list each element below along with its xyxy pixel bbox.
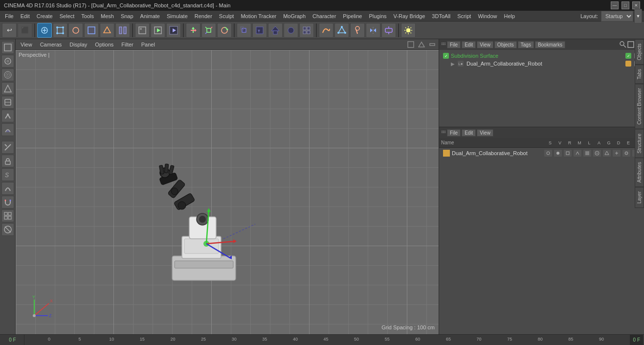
tree-item-dual-arm-robot[interactable]: ▶ L● Dual_Arm_Collaborative_Robot <box>441 60 642 68</box>
obj-col-m[interactable] <box>574 150 581 157</box>
lock-button[interactable] <box>1 155 14 167</box>
layout-dropdown-icon[interactable]: ▼ <box>634 9 642 23</box>
weight-mode-button[interactable] <box>1 123 14 136</box>
menu-animate[interactable]: Animate <box>137 12 163 20</box>
menu-edit[interactable]: Edit <box>18 12 33 20</box>
rotate-button[interactable] <box>217 23 232 38</box>
tree-item-subdivision[interactable]: ✓ Subdivision Surface ✓ <box>441 52 642 60</box>
redo-button[interactable]: ⬛ <box>18 23 32 38</box>
obj-col-l[interactable] <box>583 150 591 157</box>
magnet-button[interactable] <box>1 196 14 208</box>
menu-3dtoall[interactable]: 3DToAll <box>429 12 453 20</box>
viewport-icon-1[interactable] <box>407 41 414 48</box>
ik-mode-button[interactable] <box>1 110 14 122</box>
undo-button[interactable]: ↩ <box>2 23 17 38</box>
menu-sculpt[interactable]: Sculpt <box>216 12 237 20</box>
panel-tags-btn[interactable]: Tags <box>518 41 534 48</box>
obj-col-d[interactable] <box>613 150 621 157</box>
objects-view-btn[interactable]: View <box>477 129 493 137</box>
objects-edit-btn[interactable]: Edit <box>462 129 476 137</box>
tab-objects[interactable]: Objects <box>635 39 644 65</box>
menu-pipeline[interactable]: Pipeline <box>340 12 365 20</box>
viewport-icon-2[interactable] <box>418 41 425 48</box>
obj-col-e[interactable] <box>622 150 630 157</box>
layout-dropdown[interactable]: Startup <box>601 11 633 22</box>
panel-icon-1[interactable] <box>627 41 634 48</box>
tab-structure[interactable]: Structure <box>635 129 644 158</box>
spline-tool-button[interactable] <box>319 23 333 38</box>
viewport-panel-menu[interactable]: Panel <box>139 41 157 48</box>
right-view-button[interactable] <box>284 23 298 38</box>
menu-render[interactable]: Render <box>192 12 215 20</box>
menu-file[interactable]: File <box>2 12 17 20</box>
minimize-button[interactable]: — <box>611 1 619 9</box>
tab-tabs[interactable]: Tabs <box>635 65 644 84</box>
menu-plugins[interactable]: Plugins <box>366 12 389 20</box>
menu-vray[interactable]: V-Ray Bridge <box>391 12 428 20</box>
viewport-filter-menu[interactable]: Filter <box>119 41 135 48</box>
viewport[interactable]: Perspective | <box>16 50 439 334</box>
menu-character[interactable]: Character <box>310 12 339 20</box>
render-picture-viewer-button[interactable] <box>166 23 181 38</box>
poly-pen-button[interactable] <box>334 23 349 38</box>
viewport-display-menu[interactable]: Display <box>67 41 89 48</box>
objects-list-item-robot[interactable]: Dual_Arm_Collaborative_Robot <box>441 149 642 158</box>
grid-button[interactable] <box>1 209 14 222</box>
menu-snap[interactable]: Snap <box>118 12 136 20</box>
deformer-button[interactable] <box>381 23 396 38</box>
obj-col-s[interactable] <box>544 150 552 157</box>
menu-script[interactable]: Script <box>454 12 474 20</box>
panel-objects-btn[interactable]: Objects <box>494 41 517 48</box>
close-button[interactable]: ✕ <box>632 1 640 9</box>
front-view-button[interactable] <box>268 23 283 38</box>
viewport-view-menu[interactable]: View <box>19 41 34 48</box>
tab-content-browser[interactable]: Content Browser <box>635 84 644 129</box>
4view-button[interactable] <box>299 23 314 38</box>
joint-mode-button[interactable] <box>1 96 14 109</box>
block-button[interactable] <box>1 223 14 236</box>
bend-button[interactable] <box>1 182 14 195</box>
menu-simulate[interactable]: Simulate <box>164 12 191 20</box>
menu-select[interactable]: Select <box>57 12 78 20</box>
model-mode-button[interactable] <box>37 23 52 38</box>
brush-tool-button[interactable] <box>350 23 365 38</box>
tab-layer[interactable]: Layer <box>635 187 644 208</box>
objects-mode-button[interactable] <box>1 41 14 54</box>
polygon-mode-button[interactable] <box>84 23 99 38</box>
panel-edit-btn[interactable]: Edit <box>462 41 476 48</box>
scale-button[interactable] <box>201 23 216 38</box>
obj-col-a[interactable] <box>593 150 601 157</box>
knife-tool-button[interactable] <box>1 141 14 154</box>
light-button[interactable] <box>401 23 416 38</box>
tab-attributes[interactable]: Attributes <box>635 158 644 187</box>
render-region-button[interactable] <box>135 23 150 38</box>
menu-motion-tracker[interactable]: Motion Tracker <box>238 12 279 20</box>
menu-tools[interactable]: Tools <box>78 12 97 20</box>
objects-file-btn[interactable]: File <box>447 129 461 137</box>
texture-mode-button[interactable] <box>1 55 14 68</box>
obj-col-r[interactable] <box>564 150 572 157</box>
search-icon[interactable] <box>620 41 626 48</box>
menu-window[interactable]: Window <box>475 12 500 20</box>
snap-button[interactable]: S <box>1 168 14 181</box>
paint-mode-button[interactable] <box>1 69 14 81</box>
maximize-button[interactable]: □ <box>622 1 629 9</box>
render-view-button[interactable] <box>151 23 165 38</box>
panel-bookmarks-btn[interactable]: Bookmarks <box>535 41 565 48</box>
menu-mograph[interactable]: MoGraph <box>280 12 309 20</box>
viewport-cameras-menu[interactable]: Cameras <box>38 41 64 48</box>
sculpt-mode-button[interactable] <box>1 82 14 95</box>
obj-col-g[interactable] <box>603 150 611 157</box>
translate-button[interactable] <box>186 23 200 38</box>
panel-file-btn[interactable]: File <box>447 41 461 48</box>
menu-create[interactable]: Create <box>34 12 56 20</box>
perspective-view-button[interactable] <box>237 23 251 38</box>
menu-help[interactable]: Help <box>501 12 518 20</box>
obj-col-v[interactable] <box>554 150 562 157</box>
viewport-options-menu[interactable]: Options <box>93 41 115 48</box>
top-view-button[interactable]: T <box>252 23 267 38</box>
viewport-icon-3[interactable] <box>429 41 436 48</box>
point-mode-button[interactable] <box>53 23 67 38</box>
tweak-mode-button[interactable] <box>115 23 130 38</box>
panel-view-btn[interactable]: View <box>477 41 493 48</box>
